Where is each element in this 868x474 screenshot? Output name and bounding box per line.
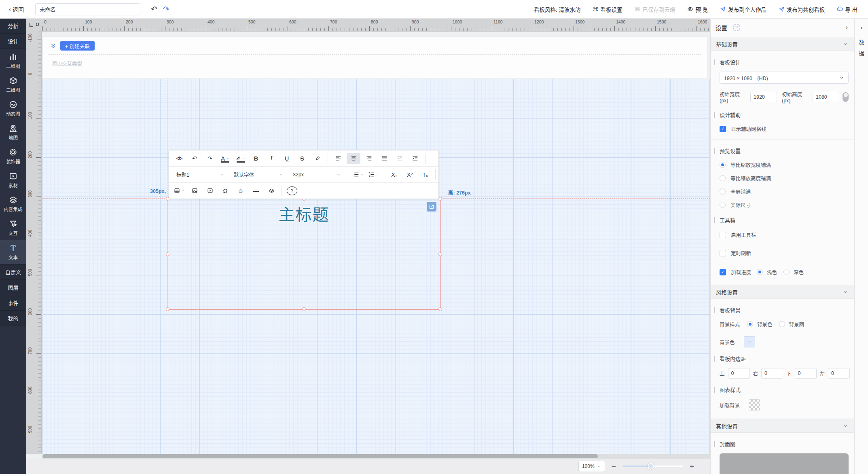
indent-icon[interactable]: [408, 153, 422, 164]
double-chevron-down-icon[interactable]: [50, 43, 56, 49]
timed-refresh-checkbox[interactable]: [720, 250, 726, 256]
undo-icon[interactable]: ↶: [151, 4, 157, 14]
loading-progress-checkbox[interactable]: ✓: [720, 269, 726, 275]
font-family-select[interactable]: 默认字体: [231, 169, 286, 180]
publish-coop-button[interactable]: 发布为共创看板: [779, 5, 825, 13]
zoom-slider-thumb[interactable]: [648, 463, 654, 470]
padding-input-0[interactable]: [728, 368, 750, 379]
resize-handle-se[interactable]: [438, 307, 442, 311]
board-style-label[interactable]: 看板风格: 清波水韵: [534, 5, 581, 13]
sidebar-item-interaction[interactable]: 交互: [0, 216, 26, 240]
help-icon[interactable]: ?: [287, 186, 297, 195]
preview-button[interactable]: 预 览: [687, 5, 708, 13]
loading-background-swatch[interactable]: [749, 399, 760, 411]
loading-theme-radio-1[interactable]: [783, 269, 790, 275]
scrollbar-thumb[interactable]: [42, 454, 598, 458]
sidebar-item-content-integration[interactable]: 内容集成: [0, 192, 26, 216]
padding-input-1[interactable]: [761, 368, 783, 379]
paragraph-style-select[interactable]: 标题1: [173, 169, 227, 180]
underline-icon[interactable]: U: [280, 153, 294, 164]
horizontal-ruler[interactable]: 0100200300400500600700800900100011001200…: [42, 18, 710, 32]
resize-handle-s[interactable]: [302, 307, 306, 311]
align-center-icon[interactable]: [347, 153, 360, 164]
font-size-select[interactable]: 32px: [290, 169, 344, 180]
redo-icon[interactable]: ↷: [163, 4, 169, 14]
sidebar-item-layers[interactable]: 图层: [0, 280, 26, 295]
italic-icon[interactable]: I: [265, 153, 278, 164]
sidebar-item-events[interactable]: 事件: [0, 295, 26, 311]
sidebar-item-map[interactable]: 地图: [0, 121, 26, 144]
edit-button[interactable]: [427, 202, 436, 212]
enable-toolbar-checkbox[interactable]: [720, 232, 726, 238]
zoom-slider[interactable]: [622, 466, 683, 467]
preview-mode-radio-2[interactable]: [720, 188, 726, 195]
bold-icon[interactable]: B: [249, 153, 263, 164]
preview-mode-radio-0[interactable]: [720, 162, 726, 168]
padding-input-3[interactable]: [828, 368, 850, 379]
background-color-swatch[interactable]: [744, 336, 755, 347]
sidebar-item-text[interactable]: T文本: [0, 240, 26, 265]
resolution-select[interactable]: 1920 × 1080 (HD): [720, 72, 849, 84]
section-basic-settings[interactable]: 基础设置: [711, 37, 854, 51]
sidebar-item-dynamic-chart[interactable]: 动态图: [0, 97, 26, 121]
font-color-icon[interactable]: A: [218, 153, 232, 164]
redo-icon[interactable]: ↷: [203, 153, 217, 164]
board-settings-button[interactable]: ⌘ 看板设置: [593, 5, 622, 13]
undo-icon[interactable]: ↶: [188, 153, 201, 164]
horizontal-rule-icon[interactable]: —: [249, 185, 263, 197]
sidebar-item-custom[interactable]: 自定义: [0, 265, 26, 280]
clear-format-icon[interactable]: Tₓ: [418, 169, 432, 180]
highlight-color-icon[interactable]: [234, 153, 248, 164]
resize-handle-ne[interactable]: [438, 197, 442, 201]
selected-text-widget[interactable]: 主标题: [167, 198, 441, 310]
outdent-icon[interactable]: [393, 153, 406, 164]
create-relation-button[interactable]: + 创建关联: [60, 41, 95, 51]
image-icon[interactable]: [188, 185, 201, 197]
superscript-icon[interactable]: X²: [403, 169, 417, 180]
strikethrough-icon[interactable]: S: [295, 153, 309, 164]
sidebar-item-analysis[interactable]: 分析: [0, 18, 26, 34]
resize-handle-e[interactable]: [438, 252, 442, 256]
initial-height-input[interactable]: [813, 92, 839, 102]
sidebar-item-chart-2d[interactable]: 二维图: [0, 49, 26, 73]
aspect-lock-toggle[interactable]: [843, 92, 849, 102]
sidebar-item-decorator[interactable]: 装饰器: [0, 144, 26, 168]
zoom-out-button[interactable]: −: [612, 463, 616, 470]
padding-input-2[interactable]: [795, 368, 817, 379]
vertical-ruler[interactable]: -1000100200300400500600700800900: [26, 31, 42, 454]
zoom-in-button[interactable]: +: [690, 463, 694, 470]
link-icon[interactable]: [311, 153, 324, 164]
resize-handle-w[interactable]: [166, 252, 169, 256]
background-style-radio-1[interactable]: [779, 321, 785, 327]
background-style-radio-0[interactable]: [747, 321, 753, 327]
video-icon[interactable]: [203, 185, 217, 197]
preview-mode-radio-3[interactable]: [720, 202, 726, 208]
special-char-icon[interactable]: Ω: [218, 185, 232, 197]
publish-personal-button[interactable]: 发布到个人作品: [720, 5, 766, 13]
loading-theme-radio-0[interactable]: [757, 269, 763, 275]
add-cover-button[interactable]: 添加封面: [720, 453, 849, 474]
emoji-icon[interactable]: ☺: [234, 185, 248, 197]
preview-mode-radio-1[interactable]: [720, 175, 726, 181]
zoom-level-dropdown[interactable]: 100%: [578, 461, 605, 472]
align-right-icon[interactable]: [362, 153, 376, 164]
help-icon[interactable]: ?: [733, 24, 740, 31]
section-other-settings[interactable]: 其他设置: [711, 419, 854, 433]
section-style-settings[interactable]: 风格设置: [711, 285, 854, 299]
data-tab[interactable]: 数据: [858, 37, 865, 59]
horizontal-scrollbar[interactable]: [42, 454, 710, 459]
resize-handle-sw[interactable]: [166, 307, 169, 311]
table-icon[interactable]: [172, 185, 186, 197]
bullet-list-icon[interactable]: [351, 169, 365, 180]
expand-left-icon[interactable]: ‹: [858, 24, 865, 31]
sidebar-item-chart-3d[interactable]: 三维图: [0, 73, 26, 97]
board-title-input[interactable]: [35, 3, 140, 15]
code-icon[interactable]: </>: [172, 153, 186, 164]
ordered-list-icon[interactable]: [367, 169, 381, 180]
panel-collapse-icon[interactable]: ›: [846, 24, 848, 31]
sidebar-item-material[interactable]: 素材: [0, 168, 26, 192]
align-left-icon[interactable]: [331, 153, 345, 164]
justify-icon[interactable]: [377, 153, 391, 164]
initial-width-input[interactable]: [750, 92, 777, 102]
export-button[interactable]: 导 出: [837, 5, 857, 13]
